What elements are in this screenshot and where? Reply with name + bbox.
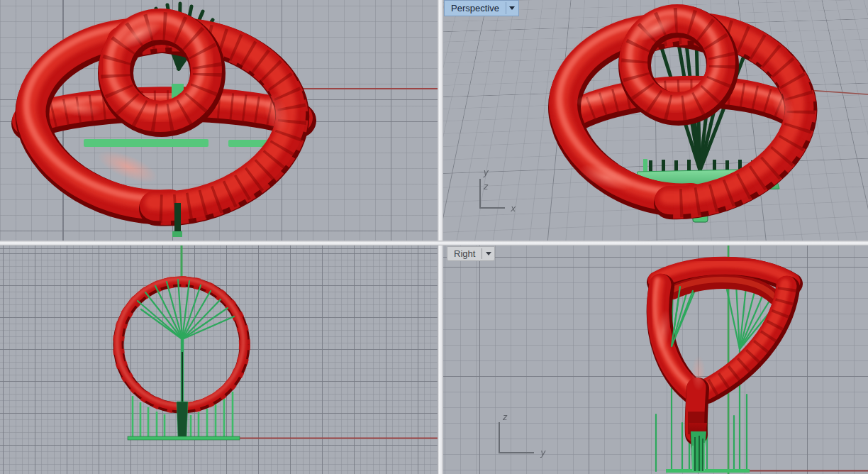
knot-side-profile xyxy=(655,263,792,456)
viewport-menu-button[interactable] xyxy=(482,247,494,260)
viewport-menu-button[interactable] xyxy=(506,1,518,16)
axis-indicator: z y xyxy=(499,422,534,453)
cad-application-window: y z x Perspective xyxy=(0,0,868,474)
support-tree xyxy=(138,280,234,438)
axis-label-y: y xyxy=(484,167,489,177)
viewport-title: Right xyxy=(447,247,482,260)
model-ring-with-supports[interactable] xyxy=(0,246,438,474)
viewport-right[interactable]: z y Right xyxy=(443,246,868,474)
viewport-top-left[interactable] xyxy=(0,0,438,241)
support-baseline xyxy=(128,436,240,440)
axis-indicator: y z x xyxy=(479,179,505,209)
support-baseline xyxy=(666,469,750,473)
dropdown-arrow-icon xyxy=(486,252,491,255)
viewport-bottom-left[interactable] xyxy=(0,246,438,474)
axis-label-z: z xyxy=(484,181,489,192)
model-trefoil-knot-perspective[interactable] xyxy=(443,0,868,241)
dropdown-arrow-icon xyxy=(509,6,515,10)
model-trefoil-knot-front[interactable] xyxy=(0,0,438,241)
axis-label-y: y xyxy=(541,447,546,458)
axis-label-x: x xyxy=(511,203,516,214)
viewport-label-perspective[interactable]: Perspective xyxy=(444,0,519,16)
axis-label-z: z xyxy=(503,412,508,422)
viewport-label-right[interactable]: Right xyxy=(447,246,495,261)
viewport-divider-horizontal[interactable] xyxy=(0,241,868,246)
viewport-perspective[interactable]: y z x Perspective xyxy=(443,0,868,241)
viewport-divider-vertical[interactable] xyxy=(438,0,443,474)
viewport-title: Perspective xyxy=(445,1,506,16)
